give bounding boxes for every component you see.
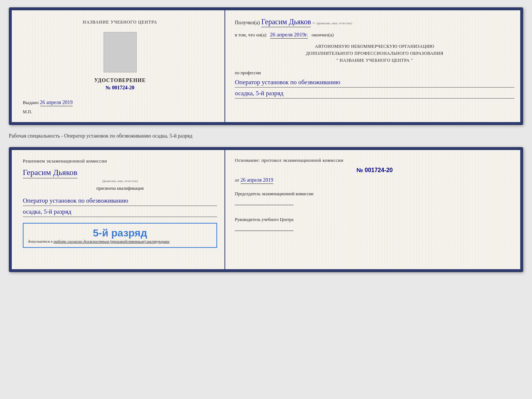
recipient-name: Герасим Дьяков (261, 18, 311, 27)
cert-title: УДОСТОВЕРЕНИЕ (94, 78, 145, 83)
org-block: АВТОНОМНУЮ НЕКОММЕРЧЕСКУЮ ОРГАНИЗАЦИЮ ДО… (235, 43, 514, 64)
chairman-title: Председатель экзаменационной комиссии (235, 190, 514, 197)
grade-text: 5-й разряд (28, 227, 212, 239)
profession-line2: осадка, 5-й разряд (235, 88, 514, 99)
cert-number: № 001724-20 (106, 85, 134, 91)
cert-top-left: НАЗВАНИЕ УЧЕБНОГО ЦЕНТРА УДОСТОВЕРЕНИЕ №… (12, 10, 225, 122)
cert-issued: Выдано 26 апреля 2019 (23, 100, 73, 106)
assigned-text: присвоена квалификация (23, 186, 217, 191)
center-name-top: НАЗВАНИЕ УЧЕБНОГО ЦЕНТРА (83, 19, 157, 25)
director-title: Руководитель учебного Центра (235, 216, 514, 223)
protocol-number: № 001724-20 (235, 167, 514, 174)
commission-title: Решением экзаменационной комиссии (23, 157, 217, 165)
cert-bottom-left: Решением экзаменационной комиссии Гераси… (12, 150, 225, 269)
dash: – (312, 20, 315, 26)
bottom-fio-sub: (фамилия, имя, отчество) (23, 179, 217, 183)
director-sig-line (235, 224, 294, 231)
admission-content: работе согласно должностным (производств… (54, 239, 169, 243)
bottom-person-name: Герасим Дьяков (23, 168, 78, 178)
received-prefix: Получил(а) (235, 20, 260, 26)
finished-label: окончил(а) (312, 32, 334, 38)
bottom-qual-line1: Оператор установок по обезвоживанию (23, 196, 217, 206)
admission-text: допускается к работе согласно должностны… (28, 239, 212, 243)
profession-label: по профессии Оператор установок по обезв… (235, 69, 514, 99)
cert-top-right: Получил(а) Герасим Дьяков – (фамилия, им… (225, 10, 520, 122)
bottom-certificate: Решением экзаменационной комиссии Гераси… (9, 147, 523, 272)
bottom-person-block: Герасим Дьяков (фамилия, имя, отчество) (23, 168, 217, 183)
chairman-sig-line (235, 199, 294, 205)
right-date-line: от 26 апреля 2019 (235, 177, 514, 184)
issued-date: 26 апреля 2019 (40, 100, 73, 106)
specialty-text: Рабочая специальность - Оператор установ… (9, 132, 523, 140)
page-wrapper: НАЗВАНИЕ УЧЕБНОГО ЦЕНТРА УДОСТОВЕРЕНИЕ №… (9, 7, 523, 272)
date-prefix: от (235, 177, 239, 183)
org-name: " НАЗВАНИЕ УЧЕБНОГО ЦЕНТРА " (235, 57, 514, 64)
org-line1: АВТОНОМНУЮ НЕКОММЕРЧЕСКУЮ ОРГАНИЗАЦИЮ (235, 43, 514, 50)
in-that-prefix: в том, что он(а) (235, 32, 266, 38)
top-certificate: НАЗВАНИЕ УЧЕБНОГО ЦЕНТРА УДОСТОВЕРЕНИЕ №… (9, 7, 523, 125)
cert-bottom-right: Основание: протокол экзаменационной коми… (225, 150, 520, 269)
completion-date: 26 апреля 2019г. (270, 32, 308, 39)
cert-photo (104, 32, 137, 72)
issued-label: Выдано (23, 100, 39, 105)
admission-prefix: допускается к (28, 239, 54, 243)
org-line2: ДОПОЛНИТЕЛЬНОГО ПРОФЕССИОНАЛЬНОГО ОБРАЗО… (235, 50, 514, 57)
basis-title: Основание: протокол экзаменационной коми… (235, 157, 514, 163)
director-block: Руководитель учебного Центра (235, 216, 514, 231)
bottom-qual-line2: осадка, 5-й разряд (23, 207, 217, 217)
bottom-qualification: Оператор установок по обезвоживанию осад… (23, 194, 217, 217)
profession-line1: Оператор установок по обезвоживанию (235, 77, 514, 88)
fio-sublabel-top: (фамилия, имя, отчество) (316, 21, 352, 25)
received-line: Получил(а) Герасим Дьяков – (фамилия, им… (235, 18, 514, 27)
date-line: в том, что он(а) 26 апреля 2019г. окончи… (235, 32, 514, 39)
cert-stamp: М.П. (23, 109, 32, 115)
qualification-box: 5-й разряд допускается к работе согласно… (23, 223, 217, 248)
chairman-block: Председатель экзаменационной комиссии (235, 190, 514, 205)
bottom-date-value: 26 апреля 2019 (241, 177, 273, 184)
